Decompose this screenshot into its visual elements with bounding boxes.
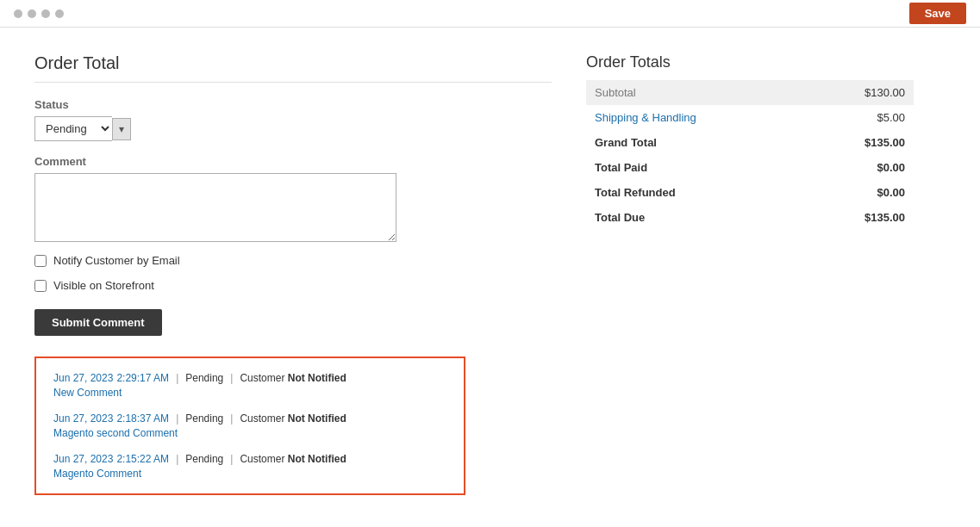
- comment-time-2: 2:15:22 AM: [116, 453, 169, 465]
- notify-customer-label[interactable]: Notify Customer by Email: [53, 254, 180, 267]
- comment-date-2: Jun 27, 2023: [53, 453, 113, 465]
- comment-sep1-2: |: [176, 453, 178, 465]
- totals-label-1: Shipping & Handling: [586, 105, 807, 130]
- totals-row-4: Total Refunded$0.00: [586, 180, 914, 205]
- comment-notified-2: Customer Not Notified: [240, 453, 346, 465]
- save-button[interactable]: Save: [909, 3, 966, 24]
- comment-sep1-1: |: [176, 412, 178, 425]
- comment-time-0: 2:29:17 AM: [116, 372, 169, 384]
- dropdown-arrow-icon: ▾: [119, 123, 124, 135]
- comment-notified-0: Customer Not Notified: [240, 372, 346, 384]
- totals-value-0: $130.00: [807, 80, 914, 105]
- comment-notified-1: Customer Not Notified: [240, 412, 346, 425]
- totals-row-0: Subtotal$130.00: [586, 80, 914, 105]
- comment-entry-1: Jun 27, 2023 2:18:37 AM|Pending|Customer…: [53, 412, 446, 439]
- totals-label-0: Subtotal: [586, 80, 807, 105]
- totals-value-4: $0.00: [807, 180, 914, 205]
- totals-value-5: $135.00: [807, 205, 914, 230]
- comment-sep2-2: |: [230, 453, 233, 465]
- comment-entry-2: Jun 27, 2023 2:15:22 AM|Pending|Customer…: [53, 453, 446, 480]
- visible-storefront-label[interactable]: Visible on Storefront: [53, 279, 154, 292]
- totals-value-2: $135.00: [807, 130, 914, 155]
- comment-date-0: Jun 27, 2023: [53, 372, 113, 384]
- comment-text-1: Magento second Comment: [53, 427, 446, 439]
- comment-textarea[interactable]: [34, 173, 396, 242]
- submit-comment-button[interactable]: Submit Comment: [34, 309, 162, 336]
- top-bar-nav: [14, 9, 64, 18]
- comment-meta-2: Jun 27, 2023 2:15:22 AM|Pending|Customer…: [53, 453, 446, 465]
- top-bar: Save: [0, 0, 980, 28]
- comment-status-1: Pending: [185, 412, 223, 425]
- comment-meta-1: Jun 27, 2023 2:18:37 AM|Pending|Customer…: [53, 412, 446, 425]
- comment-text-2: Magento Comment: [53, 468, 446, 480]
- comment-label: Comment: [34, 155, 552, 168]
- nav-dot-1: [14, 9, 22, 18]
- left-panel: Order Total Status Pending ▾ Comment Not…: [34, 53, 552, 510]
- comment-sep2-0: |: [230, 372, 233, 384]
- totals-row-2: Grand Total$135.00: [586, 130, 914, 155]
- comments-box: Jun 27, 2023 2:29:17 AM|Pending|Customer…: [34, 356, 465, 495]
- nav-dot-4: [55, 9, 64, 18]
- notify-checkbox-row: Notify Customer by Email: [34, 254, 552, 267]
- status-dropdown-button[interactable]: ▾: [112, 118, 131, 140]
- visible-storefront-checkbox[interactable]: [34, 280, 47, 292]
- comment-sep2-1: |: [230, 412, 233, 425]
- totals-label-5: Total Due: [586, 205, 807, 230]
- totals-value-1: $5.00: [807, 105, 914, 130]
- totals-value-3: $0.00: [807, 155, 914, 180]
- top-bar-left: [14, 9, 64, 18]
- order-totals-table: Subtotal$130.00Shipping & Handling$5.00G…: [586, 80, 914, 230]
- comment-date-1: Jun 27, 2023: [53, 412, 113, 425]
- nav-dot-2: [28, 9, 36, 18]
- totals-label-4: Total Refunded: [586, 180, 807, 205]
- comment-time-1: 2:18:37 AM: [116, 412, 169, 425]
- totals-label-2: Grand Total: [586, 130, 807, 155]
- status-select-wrapper: Pending ▾: [34, 116, 552, 141]
- comment-sep1-0: |: [176, 372, 178, 384]
- status-label: Status: [34, 98, 552, 111]
- right-panel: Order Totals Subtotal$130.00Shipping & H…: [586, 53, 914, 510]
- nav-dot-3: [41, 9, 50, 18]
- order-totals-title: Order Totals: [586, 53, 914, 71]
- totals-row-5: Total Due$135.00: [586, 205, 914, 230]
- notify-customer-checkbox[interactable]: [34, 255, 47, 267]
- comment-text-0: New Comment: [53, 387, 446, 399]
- comment-status-0: Pending: [185, 372, 223, 384]
- visible-checkbox-row: Visible on Storefront: [34, 279, 552, 292]
- section-title: Order Total: [34, 53, 552, 83]
- comment-status-2: Pending: [185, 453, 223, 465]
- comment-meta-0: Jun 27, 2023 2:29:17 AM|Pending|Customer…: [53, 372, 446, 384]
- totals-row-3: Total Paid$0.00: [586, 155, 914, 180]
- status-select[interactable]: Pending: [34, 116, 112, 141]
- totals-label-3: Total Paid: [586, 155, 807, 180]
- totals-row-1: Shipping & Handling$5.00: [586, 105, 914, 130]
- main-content: Order Total Status Pending ▾ Comment Not…: [0, 28, 980, 527]
- comment-entry-0: Jun 27, 2023 2:29:17 AM|Pending|Customer…: [53, 372, 446, 399]
